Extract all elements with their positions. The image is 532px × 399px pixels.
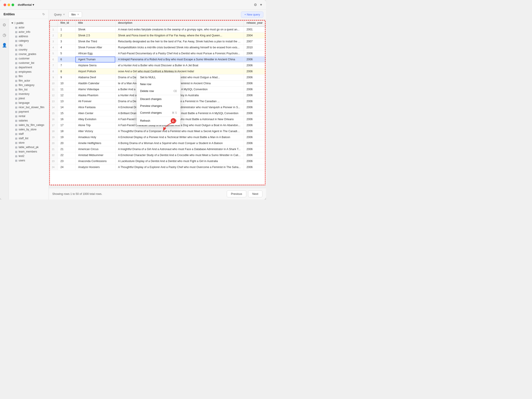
- settings-icon[interactable]: ⚙: [254, 3, 257, 7]
- app-title-chevron[interactable]: ▾: [32, 3, 34, 6]
- col-header-film-id[interactable]: film_id: [58, 19, 75, 26]
- tab-film-close[interactable]: ✕: [77, 13, 79, 16]
- sidebar-item-customer_list[interactable]: ▤customer_list: [9, 61, 49, 65]
- cell-release-year[interactable]: 2004: [244, 32, 266, 38]
- ctx-delete-row[interactable]: Delete row ⌫: [137, 88, 180, 95]
- cell-release-year[interactable]: 2006: [244, 92, 266, 98]
- table-row[interactable]: 1 1 Shrek A mean lord exiles fairytale c…: [49, 26, 266, 32]
- cell-title[interactable]: African Egg: [75, 51, 115, 57]
- cell-film-id[interactable]: 13: [58, 98, 75, 104]
- col-header-description[interactable]: description: [115, 19, 244, 26]
- cell-title[interactable]: Alice Fantasia: [75, 104, 115, 110]
- col-header-title[interactable]: title: [75, 19, 115, 26]
- cell-title[interactable]: Ali Forever: [75, 98, 115, 104]
- sidebar-item-team_members[interactable]: ▤team_members: [9, 149, 49, 154]
- ctx-preview-changes[interactable]: Preview changes: [137, 102, 180, 109]
- horizontal-scrollbar[interactable]: [49, 185, 266, 188]
- next-button[interactable]: Next: [248, 190, 262, 197]
- table-row[interactable]: 4 4 Shrek Forever After Rumpelstiltskin …: [49, 44, 266, 51]
- ctx-refresh[interactable]: Refresh ⌘ R: [137, 117, 180, 124]
- sidebar-item-nicer_but_slower_film[interactable]: ▤nicer_but_slower_film: [9, 105, 49, 109]
- sidebar-item-customer[interactable]: ▤customer: [9, 56, 49, 61]
- sidebar-item-rental[interactable]: ▤rental: [9, 114, 49, 118]
- close-button[interactable]: [4, 4, 6, 6]
- table-row[interactable]: 22 22 Amistad Midsummer A Emotional Char…: [49, 152, 266, 158]
- sidebar-item-staff[interactable]: ▤staff: [9, 132, 49, 136]
- cell-film-id[interactable]: 15: [58, 110, 75, 116]
- cell-film-id[interactable]: 5: [58, 51, 75, 57]
- cell-title[interactable]: Alley Evolution: [75, 116, 115, 122]
- sidebar-item-category[interactable]: ▤category: [9, 38, 49, 43]
- refresh-icon[interactable]: ↻: [42, 13, 45, 16]
- table-row[interactable]: 6 6 Agent Truman A Intrepid Panorama of …: [49, 57, 266, 63]
- cell-title[interactable]: Amadeus Holy: [75, 134, 115, 140]
- cell-film-id[interactable]: 17: [58, 122, 75, 128]
- cell-film-id[interactable]: 23: [58, 158, 75, 164]
- cell-description[interactable]: A Boring Drama of a Woman And a Squirrel…: [115, 140, 244, 146]
- cell-release-year[interactable]: 2007: [244, 38, 266, 44]
- tab-query-close[interactable]: ✕: [63, 13, 65, 16]
- cell-release-year[interactable]: 2006: [244, 122, 266, 128]
- cell-film-id[interactable]: 14: [58, 104, 75, 110]
- sidebar-item-salaries[interactable]: ▤salaries: [9, 118, 49, 123]
- sidebar-item-country[interactable]: ▤country: [9, 47, 49, 52]
- sidebar-item-film[interactable]: ▤film: [9, 74, 49, 78]
- cell-release-year[interactable]: 2006: [244, 134, 266, 140]
- sidebar-item-film_category[interactable]: ▤film_category: [9, 83, 49, 87]
- cell-release-year[interactable]: 2006: [244, 110, 266, 116]
- cell-film-id[interactable]: 9: [58, 75, 75, 81]
- database-icon[interactable]: ⊙: [2, 21, 7, 28]
- cell-release-year[interactable]: 2006: [244, 51, 266, 57]
- cell-release-year[interactable]: 2006: [244, 116, 266, 122]
- cell-film-id[interactable]: 10: [58, 81, 75, 86]
- col-header-release-year[interactable]: release_year: [244, 19, 266, 26]
- sidebar-schema-public[interactable]: ▾ □ public: [9, 21, 49, 25]
- cell-description[interactable]: A Intrepid Panorama of a Robot And a Boy…: [115, 57, 244, 63]
- cell-description[interactable]: A Emotional Character Study of a Dentist…: [115, 152, 244, 158]
- cell-title[interactable]: Alien Center: [75, 110, 115, 116]
- cell-film-id[interactable]: 1: [58, 26, 75, 32]
- table-row[interactable]: 3 3 Shrek the Third Reluctantly designat…: [49, 38, 266, 44]
- cell-film-id[interactable]: 16: [58, 116, 75, 122]
- cell-film-id[interactable]: 21: [58, 146, 75, 152]
- cell-film-id[interactable]: 24: [58, 164, 75, 170]
- sidebar-item-film_actor[interactable]: ▤film_actor: [9, 78, 49, 83]
- sidebar-item-department[interactable]: ▤department: [9, 65, 49, 70]
- cell-title[interactable]: Shrek: [75, 26, 115, 32]
- cell-title[interactable]: Airport Pollock: [75, 69, 115, 75]
- cell-release-year[interactable]: 2006: [244, 158, 266, 164]
- sidebar-item-employees[interactable]: ▤employees: [9, 70, 49, 74]
- cell-title[interactable]: Analyze Hoosiers: [75, 164, 115, 170]
- cell-description[interactable]: A Thoughtful Display of a Explorer And a…: [115, 164, 244, 170]
- cell-title[interactable]: Alter Victory: [75, 128, 115, 134]
- cell-release-year[interactable]: 2006: [244, 81, 266, 86]
- cell-description[interactable]: A Fast-Paced Documentary of a Pastry Che…: [115, 51, 244, 57]
- cell-description[interactable]: Reluctantly designated as the heir to th…: [115, 38, 244, 44]
- cell-title[interactable]: Shrek Forever After: [75, 44, 115, 51]
- new-query-button[interactable]: + New query: [241, 12, 263, 18]
- cell-film-id[interactable]: 22: [58, 152, 75, 158]
- sidebar-item-users[interactable]: ▤users: [9, 158, 49, 163]
- cell-description[interactable]: A Lacklusture Display of a Dentist And a…: [115, 158, 244, 164]
- cell-film-id[interactable]: 7: [58, 63, 75, 69]
- table-row[interactable]: 2 2 Shrek 2.5 Shrek and Fiona travel to …: [49, 32, 266, 38]
- sidebar-item-city[interactable]: ▤city: [9, 43, 49, 47]
- cell-release-year[interactable]: 2006: [244, 104, 266, 110]
- cell-film-id[interactable]: 4: [58, 44, 75, 51]
- cell-release-year[interactable]: 2001: [244, 26, 266, 32]
- cell-release-year[interactable]: 2006: [244, 69, 266, 75]
- user-icon[interactable]: 👤: [1, 42, 8, 49]
- sidebar-item-staff_list[interactable]: ▤staff_list: [9, 136, 49, 140]
- sidebar-item-sales_by_film_catego[interactable]: ▤sales_by_film_catego: [9, 123, 49, 127]
- cell-title[interactable]: Amelie Hellfighters: [75, 140, 115, 146]
- cell-description[interactable]: ef a Hunter And a Butler who must Discov…: [115, 63, 244, 69]
- table-row[interactable]: 18 18 Alter Victory A Thoughtful Drama o…: [49, 128, 266, 134]
- cell-title[interactable]: Shrek the Third: [75, 38, 115, 44]
- history-icon[interactable]: ◷: [2, 32, 7, 38]
- cell-release-year[interactable]: 2006: [244, 128, 266, 134]
- cell-film-id[interactable]: 3: [58, 38, 75, 44]
- cell-release-year[interactable]: 2006: [244, 140, 266, 146]
- table-row[interactable]: 7 7 Airplane Sierra ef a Hunter And a Bu…: [49, 63, 266, 69]
- ctx-discard-changes[interactable]: Discard changes: [137, 95, 180, 102]
- sidebar-item-address[interactable]: ▤address: [9, 34, 49, 38]
